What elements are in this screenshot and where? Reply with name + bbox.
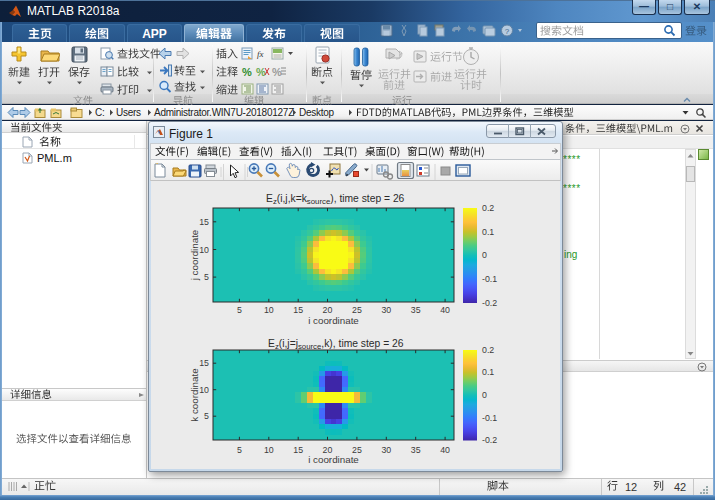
svg-text:0: 0 [482, 250, 487, 260]
svg-text:25: 25 [352, 305, 362, 315]
svg-text:Ez(i,j=jsource,k), time step =: Ez(i,j=jsource,k), time step = 26 [268, 338, 404, 351]
svg-text:5: 5 [237, 445, 242, 455]
svg-text:-0.2: -0.2 [482, 298, 497, 308]
svg-text:k coordinate: k coordinate [189, 368, 200, 422]
svg-text:5: 5 [237, 305, 242, 315]
svg-text:0.1: 0.1 [482, 367, 494, 377]
svg-text:%: % [242, 66, 252, 78]
svg-text:15: 15 [199, 217, 209, 227]
svg-text:35: 35 [411, 305, 421, 315]
svg-text:-0.1: -0.1 [482, 274, 497, 284]
svg-text:10: 10 [199, 385, 209, 395]
svg-text:15: 15 [199, 358, 209, 368]
svg-text:0.2: 0.2 [482, 345, 494, 355]
svg-text:30: 30 [381, 305, 391, 315]
svg-text:10: 10 [264, 305, 274, 315]
svg-text:-0.1: -0.1 [482, 413, 497, 423]
svg-text:5: 5 [204, 272, 209, 282]
svg-text:5: 5 [204, 411, 209, 421]
svg-text:%: % [272, 66, 282, 78]
svg-text:40: 40 [440, 445, 450, 455]
svg-text:i coordinate: i coordinate [308, 315, 359, 326]
svg-text:35: 35 [411, 445, 421, 455]
svg-text:%: % [256, 66, 266, 78]
svg-text:?: ? [505, 27, 510, 36]
svg-text:20: 20 [323, 305, 333, 315]
svg-text:i coordinate: i coordinate [308, 454, 359, 465]
svg-text:40: 40 [440, 305, 450, 315]
svg-text:30: 30 [381, 445, 391, 455]
svg-text:10: 10 [199, 245, 209, 255]
svg-text:Ez(i,j,k=ksource), time step =: Ez(i,j,k=ksource), time step = 26 [266, 193, 405, 206]
svg-text:0.2: 0.2 [482, 203, 494, 213]
svg-text:0: 0 [482, 390, 487, 400]
svg-text:0.1: 0.1 [482, 227, 494, 237]
svg-text:10: 10 [264, 445, 274, 455]
svg-text:j coordinate: j coordinate [189, 229, 200, 281]
svg-text:15: 15 [293, 305, 303, 315]
svg-text:15: 15 [293, 445, 303, 455]
svg-text:fx: fx [257, 49, 264, 59]
svg-text:-0.2: -0.2 [482, 435, 497, 445]
